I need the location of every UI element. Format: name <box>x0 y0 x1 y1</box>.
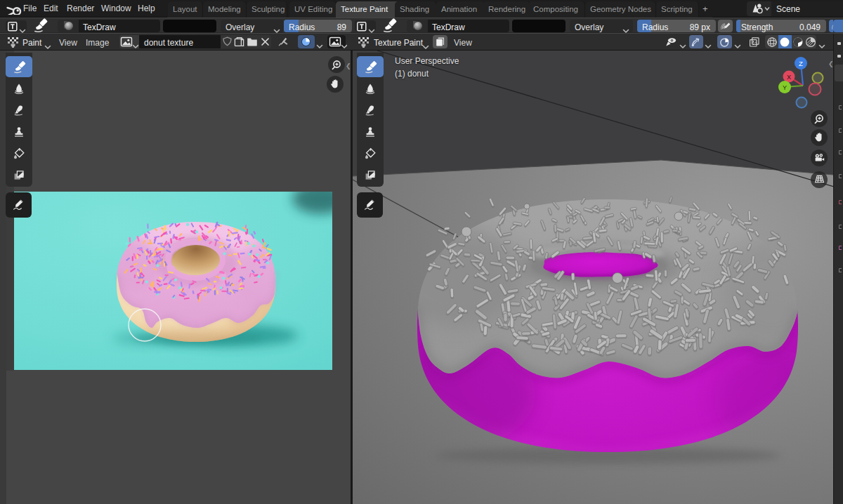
svg-text:Z: Z <box>799 60 803 67</box>
svg-text:Y: Y <box>783 84 787 91</box>
svg-text:X: X <box>787 74 791 81</box>
